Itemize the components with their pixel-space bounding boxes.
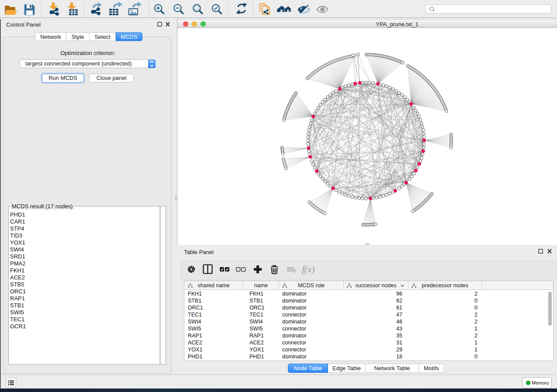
svg-text:f(x): f(x) (302, 264, 315, 275)
